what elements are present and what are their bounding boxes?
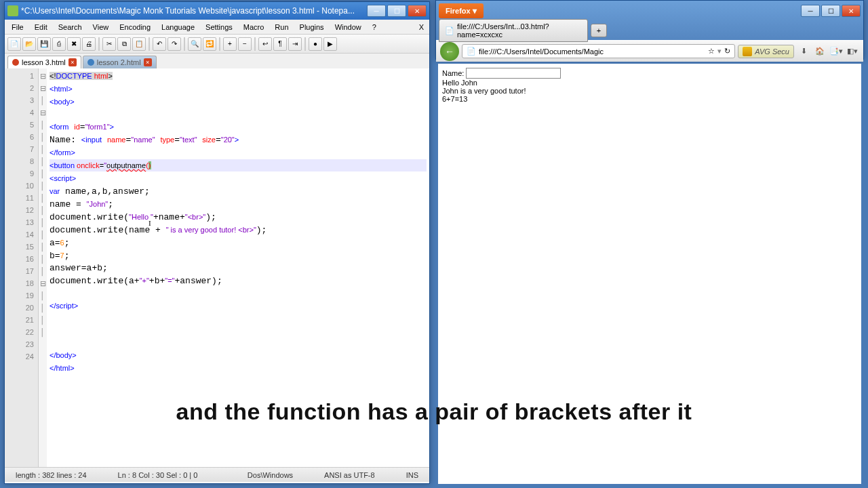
menu-macro[interactable]: Macro bbox=[238, 21, 270, 33]
notepad-tabs: lesson 3.html × lesson 2.html × bbox=[5, 54, 429, 68]
tab-close-icon[interactable]: × bbox=[144, 58, 152, 66]
redo-icon[interactable]: ↷ bbox=[167, 37, 181, 51]
tab-lesson3[interactable]: lesson 3.html × bbox=[7, 56, 81, 68]
firefox-window: Firefox ▾ ─ ☐ ✕ 📄 file:///C:/Users/Int..… bbox=[435, 0, 864, 60]
status-position: Ln : 8 Col : 30 Sel : 0 | 0 bbox=[113, 471, 203, 479]
print-icon[interactable]: 🖨 bbox=[82, 37, 96, 51]
maximize-button[interactable]: ☐ bbox=[387, 5, 406, 17]
macro-play-icon[interactable]: ▶ bbox=[323, 37, 337, 51]
close-file-icon[interactable]: ✖ bbox=[67, 37, 81, 51]
download-icon[interactable]: ⬇ bbox=[797, 45, 810, 58]
zoom-out-icon[interactable]: − bbox=[238, 37, 252, 51]
ff-close-button[interactable]: ✕ bbox=[842, 5, 861, 17]
home-icon[interactable]: 🏠 bbox=[813, 45, 827, 58]
avg-toolbar[interactable]: AVG Secu bbox=[738, 45, 794, 58]
video-caption: and the function has a pair of brackets … bbox=[0, 399, 868, 425]
name-label: Name: bbox=[442, 69, 464, 77]
ff-maximize-button[interactable]: ☐ bbox=[821, 5, 840, 17]
menu-language[interactable]: Language bbox=[156, 21, 200, 33]
show-chars-icon[interactable]: ¶ bbox=[273, 37, 287, 51]
save-icon[interactable]: 💾 bbox=[37, 37, 51, 51]
back-button[interactable]: ← bbox=[440, 42, 459, 61]
minimize-button[interactable]: ─ bbox=[367, 5, 386, 17]
output-line-2: John is a very good tutor! bbox=[442, 87, 857, 95]
notepad-title: *C:\Users\Intel\Documents\Magic Monk Tut… bbox=[21, 6, 367, 16]
open-file-icon[interactable]: 📂 bbox=[22, 37, 36, 51]
status-length: length : 382 lines : 24 bbox=[10, 471, 92, 479]
firefox-tab-label: file:///C:/Users/Int...03.html?name=xcxc… bbox=[457, 22, 582, 39]
new-file-icon[interactable]: 📄 bbox=[7, 37, 21, 51]
close-button[interactable]: ✕ bbox=[408, 5, 427, 17]
notepad-toolbar: 📄 📂 💾 ⎙ ✖ 🖨 ✂ ⧉ 📋 ↶ ↷ 🔍 🔁 + − ↩ ¶ ⇥ ● ▶ bbox=[5, 35, 429, 54]
notepad-statusbar: length : 382 lines : 24 Ln : 8 Col : 30 … bbox=[5, 467, 429, 482]
zoom-in-icon[interactable]: + bbox=[223, 37, 237, 51]
firefox-menu-button[interactable]: Firefox ▾ bbox=[439, 3, 484, 18]
menu-encoding[interactable]: Encoding bbox=[114, 21, 156, 33]
url-text: file:///C:/Users/Intel/Documents/Magic bbox=[479, 47, 705, 56]
modified-icon bbox=[12, 59, 19, 66]
output-line-1: Hello John bbox=[442, 79, 857, 87]
firefox-tabs: 📄 file:///C:/Users/Int...03.html?name=xc… bbox=[436, 21, 863, 40]
text-cursor-icon: I bbox=[149, 219, 150, 231]
page-icon: 📄 bbox=[445, 26, 454, 35]
status-eol: Dos\Windows bbox=[242, 471, 298, 479]
menu-view[interactable]: View bbox=[87, 21, 115, 33]
undo-icon[interactable]: ↶ bbox=[153, 37, 166, 51]
menu-search[interactable]: Search bbox=[53, 21, 87, 33]
menu-run[interactable]: Run bbox=[269, 21, 294, 33]
reload-icon[interactable]: ↻ bbox=[724, 47, 730, 56]
status-encoding: ANSI as UTF-8 bbox=[319, 471, 380, 479]
menu-plugins[interactable]: Plugins bbox=[294, 21, 330, 33]
extension-icon[interactable]: ◧▾ bbox=[846, 45, 859, 58]
avg-label: AVG Secu bbox=[755, 47, 789, 56]
status-mode: INS bbox=[401, 471, 424, 479]
indent-icon[interactable]: ⇥ bbox=[288, 37, 302, 51]
menu-edit[interactable]: Edit bbox=[29, 21, 53, 33]
cut-icon[interactable]: ✂ bbox=[102, 37, 116, 51]
tab-label: lesson 3.html bbox=[22, 58, 66, 66]
tab-close-icon[interactable]: × bbox=[68, 58, 77, 66]
firefox-tab[interactable]: 📄 file:///C:/Users/Int...03.html?name=xc… bbox=[439, 19, 588, 42]
bookmark-star-icon[interactable]: ☆ bbox=[708, 47, 715, 56]
tab-lesson2[interactable]: lesson 2.html × bbox=[83, 56, 157, 68]
name-input[interactable] bbox=[466, 68, 561, 79]
menu-close-doc[interactable]: X bbox=[415, 23, 428, 31]
firefox-navbar: ← 📄 file:///C:/Users/Intel/Documents/Mag… bbox=[436, 40, 863, 62]
output-line-3: 6+7=13 bbox=[442, 95, 857, 103]
wrap-icon[interactable]: ↩ bbox=[258, 37, 272, 51]
notepad-titlebar[interactable]: *C:\Users\Intel\Documents\Magic Monk Tut… bbox=[5, 2, 429, 20]
menu-window[interactable]: Window bbox=[330, 21, 367, 33]
file-icon bbox=[87, 59, 94, 66]
new-tab-button[interactable]: + bbox=[591, 24, 607, 37]
avg-flag-icon bbox=[743, 47, 752, 56]
tab-label: lesson 2.html bbox=[97, 58, 141, 66]
paste-icon[interactable]: 📋 bbox=[132, 37, 146, 51]
url-bar[interactable]: 📄 file:///C:/Users/Intel/Documents/Magic… bbox=[462, 44, 735, 58]
copy-icon[interactable]: ⧉ bbox=[117, 37, 131, 51]
bookmarks-icon[interactable]: 📑▾ bbox=[829, 45, 843, 58]
save-all-icon[interactable]: ⎙ bbox=[52, 37, 66, 51]
page-icon: 📄 bbox=[467, 47, 476, 56]
menu-settings[interactable]: Settings bbox=[200, 21, 238, 33]
menu-file[interactable]: File bbox=[6, 21, 29, 33]
menu-help[interactable]: ? bbox=[367, 21, 382, 33]
replace-icon[interactable]: 🔁 bbox=[203, 37, 216, 51]
notepad-icon bbox=[7, 5, 18, 16]
ff-minimize-button[interactable]: ─ bbox=[801, 5, 820, 17]
macro-rec-icon[interactable]: ● bbox=[309, 37, 322, 51]
notepad-menubar: File Edit Search View Encoding Language … bbox=[5, 20, 429, 35]
find-icon[interactable]: 🔍 bbox=[188, 37, 201, 51]
